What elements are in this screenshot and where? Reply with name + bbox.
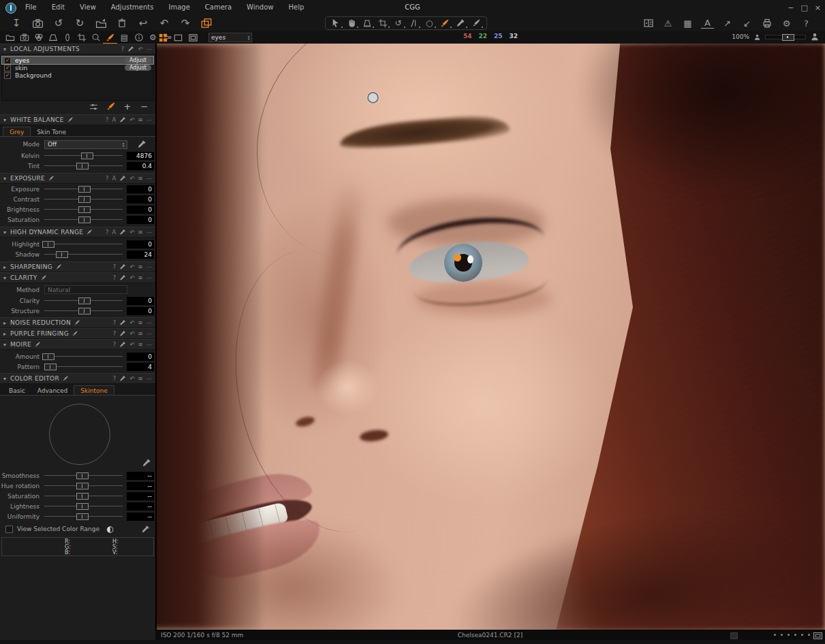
- settings-icon[interactable]: ⚙: [780, 17, 793, 30]
- erase-tool-icon[interactable]: [470, 17, 482, 29]
- full-screen-icon[interactable]: ↗: [721, 17, 734, 30]
- rotate-ccw-icon[interactable]: ↺: [52, 16, 65, 30]
- zoom-out-person-icon[interactable]: [753, 33, 761, 41]
- ce-saturation-slider[interactable]: [44, 491, 123, 501]
- lightness-slider[interactable]: [44, 501, 123, 511]
- panel-help-icon[interactable]: ?: [113, 263, 116, 270]
- chevron-down-icon[interactable]: ▾: [3, 176, 10, 182]
- panel-auto-icon[interactable]: A: [112, 229, 116, 236]
- panel-presets-icon[interactable]: ≡: [138, 375, 142, 382]
- panel-help-icon[interactable]: ?: [121, 46, 125, 52]
- zoom-in-person-icon[interactable]: [810, 32, 820, 42]
- panel-presets-icon[interactable]: ≡: [138, 341, 142, 348]
- brightness-slider[interactable]: [44, 204, 123, 214]
- slider-handle[interactable]: [78, 206, 91, 213]
- panel-moire-header[interactable]: ▾ MOIRE ? ↶ ≡ ⋯: [0, 339, 155, 350]
- tab-composition-icon[interactable]: [76, 32, 87, 43]
- panel-purple-fringing-header[interactable]: ▸ PURPLE FRINGING ? ↶ ≡ ⋯: [0, 328, 155, 339]
- layer-row-background[interactable]: ✓ Background: [2, 71, 153, 79]
- panel-pick-icon[interactable]: [127, 46, 134, 52]
- revert-icon[interactable]: ↩: [136, 16, 150, 30]
- slider-handle[interactable]: [56, 251, 68, 258]
- panel-more-icon[interactable]: ⋯: [146, 229, 153, 236]
- menu-file[interactable]: File: [18, 0, 44, 15]
- panel-help-icon[interactable]: ?: [106, 229, 109, 236]
- tab-metadata-icon[interactable]: [133, 32, 144, 43]
- smoothness-slider[interactable]: [44, 470, 123, 481]
- panel-reset-icon[interactable]: ↶: [129, 274, 134, 281]
- invert-slice-icon[interactable]: ◐: [107, 524, 114, 534]
- brush-cursor[interactable]: [367, 92, 379, 103]
- slider-handle[interactable]: [44, 364, 57, 370]
- crop-tool-icon[interactable]: [377, 17, 389, 29]
- menu-view[interactable]: View: [72, 0, 104, 15]
- panel-help-icon[interactable]: ?: [113, 274, 116, 281]
- slider-value[interactable]: --: [127, 492, 154, 500]
- eyedropper-tool-icon[interactable]: [454, 17, 467, 29]
- panel-help-icon[interactable]: ?: [113, 341, 116, 348]
- proof-view-icon[interactable]: [187, 32, 199, 43]
- slider-value[interactable]: --: [127, 482, 154, 490]
- straighten-tool-icon[interactable]: [407, 17, 420, 29]
- capture-icon[interactable]: [31, 16, 44, 30]
- panel-pick-icon[interactable]: [119, 319, 126, 326]
- slider-value[interactable]: 0: [127, 353, 154, 361]
- slider-handle[interactable]: [42, 353, 55, 360]
- panel-pick-icon[interactable]: [119, 330, 126, 337]
- highlight-slider[interactable]: [44, 239, 123, 249]
- browser-icon[interactable]: [200, 16, 213, 30]
- tab-lens-icon[interactable]: [47, 32, 59, 43]
- pointer-tool-icon[interactable]: [330, 17, 342, 29]
- panel-presets-icon[interactable]: ≡: [138, 263, 142, 270]
- panel-reset-icon[interactable]: ↶: [138, 46, 142, 52]
- amount-slider[interactable]: [44, 351, 123, 361]
- slider-value[interactable]: 0.4: [127, 162, 154, 170]
- panel-pick-icon[interactable]: [119, 175, 126, 182]
- panel-hdr-header[interactable]: ▾ HIGH DYNAMIC RANGE ? A ↶ ≡ ⋯: [0, 227, 155, 238]
- copy-adjustments-icon[interactable]: [88, 102, 99, 112]
- panel-auto-icon[interactable]: A: [112, 175, 116, 182]
- slider-value[interactable]: --: [127, 472, 154, 480]
- tab-exposure-icon[interactable]: [61, 32, 73, 43]
- rating-dots[interactable]: [774, 634, 810, 636]
- skintone-pick-marker[interactable]: [454, 254, 461, 261]
- loupe-tool-icon[interactable]: [361, 17, 373, 29]
- clarity-method-select[interactable]: Natural: [44, 285, 127, 294]
- skintone-eyedropper-icon[interactable]: [142, 458, 151, 468]
- panel-pick-icon[interactable]: [119, 116, 126, 123]
- panel-help-icon[interactable]: ?: [113, 330, 116, 337]
- panel-more-icon[interactable]: ⋯: [146, 46, 153, 52]
- panel-presets-icon[interactable]: ≡: [138, 175, 142, 182]
- panel-more-icon[interactable]: ⋯: [146, 375, 153, 382]
- export-icon[interactable]: [94, 16, 108, 30]
- slider-handle[interactable]: [76, 483, 89, 489]
- panel-auto-icon[interactable]: A: [112, 116, 116, 123]
- grid-view-icon[interactable]: [157, 32, 169, 43]
- minimize-button[interactable]: −: [788, 3, 794, 12]
- slider-handle[interactable]: [78, 297, 91, 304]
- slider-handle[interactable]: [76, 493, 89, 500]
- layer-checkbox[interactable]: ✓: [4, 72, 11, 79]
- help-icon[interactable]: ?: [800, 17, 813, 30]
- uniformity-slider[interactable]: [44, 511, 123, 521]
- close-button[interactable]: ×: [815, 3, 821, 12]
- tab-local-adjustments-icon[interactable]: [104, 32, 116, 43]
- viewer-layout-icon[interactable]: [642, 17, 655, 30]
- panel-help-icon[interactable]: ?: [113, 375, 116, 382]
- slider-handle[interactable]: [76, 472, 89, 479]
- panel-more-icon[interactable]: ⋯: [146, 341, 153, 348]
- chevron-right-icon[interactable]: ▸: [3, 320, 10, 326]
- layer-checkbox[interactable]: ✓: [4, 57, 11, 64]
- panel-pick-icon[interactable]: [119, 375, 126, 382]
- chevron-right-icon[interactable]: ▸: [3, 331, 10, 337]
- draw-mask-brush-icon[interactable]: [105, 102, 116, 112]
- panel-help-icon[interactable]: ?: [113, 319, 116, 326]
- panel-sharpening-header[interactable]: ▸ SHARPENING ? ↶ ≡ ⋯: [0, 261, 155, 272]
- wb-mode-select[interactable]: Off ▴▾: [44, 140, 127, 149]
- panel-more-icon[interactable]: ⋯: [146, 263, 153, 270]
- slider-value[interactable]: 0: [127, 216, 154, 224]
- image-viewer[interactable]: [157, 44, 825, 630]
- thumb-size-button[interactable]: [730, 632, 738, 639]
- color-wheel[interactable]: [49, 404, 110, 465]
- layer-row-eyes[interactable]: ✓ eyes Adjust: [2, 57, 153, 64]
